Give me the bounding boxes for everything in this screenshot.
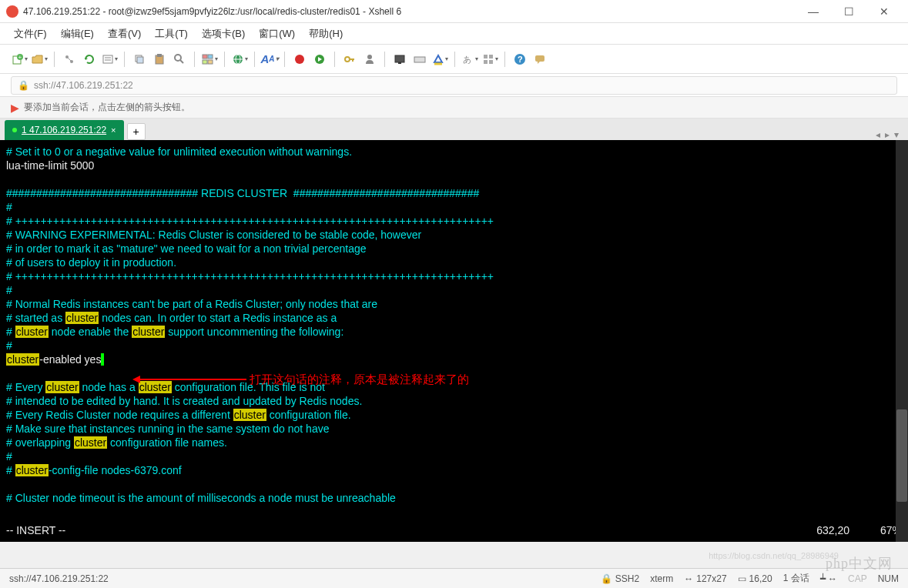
new-tab-button[interactable]: + <box>127 123 146 140</box>
address-input[interactable]: 🔒 ssh://47.106.219.251:22 <box>11 76 897 95</box>
svg-rect-41 <box>535 55 544 62</box>
term-line: # overlapping cluster configuration file… <box>6 436 902 449</box>
term-line: # in order to mark it as "mature" we nee… <box>6 242 902 256</box>
term-line: # Set it to 0 or a negative value for un… <box>6 145 902 159</box>
svg-point-13 <box>175 55 181 61</box>
menu-window[interactable]: 窗口(W) <box>259 27 295 41</box>
chat-icon[interactable] <box>531 51 548 68</box>
tab-close-icon[interactable]: × <box>111 125 116 135</box>
term-line: # Cluster node timeout is the amount of … <box>6 491 902 505</box>
tab-label: 1 47.106.219.251:22 <box>22 125 106 135</box>
tab-prev-icon[interactable]: ◂ <box>876 129 880 140</box>
svg-rect-37 <box>484 60 488 64</box>
flag-icon[interactable]: ▶ <box>11 102 19 114</box>
resize-icon: ↔ <box>684 573 693 584</box>
key-icon[interactable] <box>341 51 358 68</box>
status-cap: CAP <box>848 573 867 584</box>
keyboard-icon[interactable] <box>411 51 428 68</box>
svg-rect-12 <box>157 54 162 57</box>
cursor-icon: ▭ <box>738 573 746 584</box>
term-line: # Every Redis Cluster node requires a di… <box>6 408 902 422</box>
status-size: 127x27 <box>696 573 726 584</box>
tabbar: 1 47.106.219.251:22 × + ◂ ▸ ▾ <box>0 119 908 140</box>
svg-point-22 <box>295 55 304 64</box>
minimize-button[interactable]: — <box>796 0 831 23</box>
svg-rect-17 <box>203 60 207 64</box>
record-icon[interactable] <box>291 51 308 68</box>
term-line: # <box>6 449 902 463</box>
lock-icon: 🔒 <box>18 80 29 91</box>
svg-rect-35 <box>484 55 488 58</box>
user-icon[interactable] <box>361 51 378 68</box>
tab-next-icon[interactable]: ▸ <box>885 129 890 140</box>
screen-icon[interactable] <box>391 51 408 68</box>
paste-icon[interactable] <box>151 51 168 68</box>
status-cursor: 16,20 <box>749 573 772 584</box>
tab-menu-icon[interactable]: ▾ <box>894 129 899 140</box>
menu-edit[interactable]: 编辑(E) <box>61 27 94 41</box>
lock-icon: 🔒 <box>601 573 612 584</box>
svg-text:+: + <box>18 54 22 61</box>
status-num: NUM <box>878 573 899 584</box>
menu-view[interactable]: 查看(V) <box>108 27 141 41</box>
menu-tabs[interactable]: 选项卡(B) <box>202 27 245 41</box>
statusbar: ssh://47.106.219.251:22 🔒SSH2 xterm ↔127… <box>0 568 908 588</box>
maximize-button[interactable]: ☐ <box>831 0 866 23</box>
info-text: 要添加当前会话，点击左侧的箭头按钮。 <box>24 101 190 114</box>
terminal[interactable]: # Set it to 0 or a negative value for un… <box>0 140 908 542</box>
play-icon[interactable] <box>311 51 328 68</box>
term-line: ################################ REDIS C… <box>6 186 902 200</box>
address-url: ssh://47.106.219.251:22 <box>34 80 133 91</box>
svg-point-24 <box>345 57 350 62</box>
window-controls: — ☐ ✕ <box>796 0 902 23</box>
menu-file[interactable]: 文件(F) <box>14 27 47 41</box>
watermark-url: https://blog.csdn.net/qq_28986949 <box>709 551 839 560</box>
term-line: # Normal Redis instances can't be part o… <box>6 297 902 311</box>
svg-rect-6 <box>103 55 112 63</box>
copy-icon[interactable] <box>131 51 148 68</box>
connection-indicator-icon <box>12 128 17 132</box>
menubar: 文件(F) 编辑(E) 查看(V) 工具(T) 选项卡(B) 窗口(W) 帮助(… <box>0 23 908 45</box>
menu-tools[interactable]: 工具(T) <box>155 27 188 41</box>
annotation-arrow: 打开这句话的注释，原本是被注释起来了的 <box>139 373 469 386</box>
app-icon <box>6 5 18 18</box>
term-line: # cluster node enable the cluster suppor… <box>6 325 902 339</box>
open-icon[interactable]: ▾ <box>31 51 48 68</box>
disconnect-icon[interactable] <box>61 51 78 68</box>
encoding-icon[interactable]: あ▾ <box>461 51 478 68</box>
term-line: # <box>6 339 902 352</box>
term-line: # intended to be edited by hand. It is c… <box>6 394 902 408</box>
vim-statusline: -- INSERT -- 632,20 67% <box>6 523 902 537</box>
svg-rect-16 <box>208 55 213 58</box>
infobar: ▶ 要添加当前会话，点击左侧的箭头按钮。 <box>0 97 908 119</box>
find-icon[interactable] <box>171 51 188 68</box>
tab-nav: ◂ ▸ ▾ <box>876 129 903 140</box>
term-line: # <box>6 283 902 297</box>
compose-icon[interactable]: ▾ <box>201 51 218 68</box>
menu-help[interactable]: 帮助(H) <box>309 27 343 41</box>
help-icon[interactable]: ? <box>511 51 528 68</box>
new-session-icon[interactable]: +▾ <box>11 51 28 68</box>
grid-icon[interactable]: ▾ <box>481 51 498 68</box>
term-line: # cluster-config-file nodes-6379.conf <box>6 463 902 477</box>
globe-icon[interactable]: ▾ <box>231 51 248 68</box>
svg-point-27 <box>367 55 372 59</box>
highlight-icon[interactable]: ▾ <box>431 51 448 68</box>
font-icon[interactable]: AA▾ <box>261 51 278 68</box>
term-line: cluster-enabled yes <box>6 352 902 366</box>
svg-rect-38 <box>489 60 493 64</box>
scrollbar[interactable] <box>896 140 908 542</box>
window-title: 47.106.219.251:22 - root@izwz9ef5sjam9pv… <box>23 6 796 17</box>
close-button[interactable]: ✕ <box>866 0 902 23</box>
svg-rect-30 <box>414 57 425 62</box>
term-line: # Make sure that instances running in th… <box>6 422 902 436</box>
svg-line-14 <box>180 60 183 63</box>
vim-position: 632,20 <box>816 523 849 537</box>
svg-rect-36 <box>489 55 493 58</box>
scrollbar-thumb[interactable] <box>896 409 907 502</box>
addressbar: 🔒 ssh://47.106.219.251:22 <box>0 74 908 97</box>
reconnect-icon[interactable] <box>81 51 98 68</box>
annotation-text: 打开这句话的注释，原本是被注释起来了的 <box>250 373 469 386</box>
properties-icon[interactable]: ▾ <box>101 51 118 68</box>
session-tab[interactable]: 1 47.106.219.251:22 × <box>5 120 124 140</box>
